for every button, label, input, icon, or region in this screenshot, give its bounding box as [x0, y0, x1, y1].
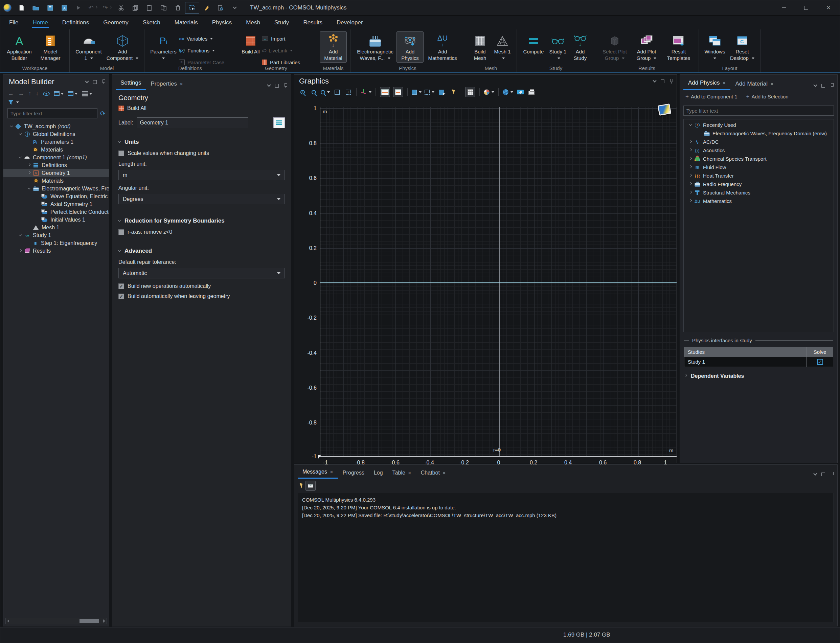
select-frame-icon[interactable]: [185, 2, 199, 13]
open-file-icon[interactable]: [29, 2, 43, 13]
build-all-button[interactable]: Build All: [240, 31, 262, 62]
panel-menu-icon[interactable]: [652, 78, 656, 82]
expander-icon[interactable]: [26, 188, 33, 189]
add-to-component-button[interactable]: +Add to Component 1: [685, 93, 737, 100]
rename-button[interactable]: [273, 118, 285, 128]
menu-physics[interactable]: Physics: [211, 17, 233, 28]
add-physics-filter-input[interactable]: [683, 106, 834, 116]
build-new-checkbox-row[interactable]: ✓ Build new operations automatically: [118, 283, 285, 289]
livelink-button[interactable]: cϽLiveLink: [262, 46, 312, 55]
label-input[interactable]: [137, 118, 248, 128]
float-panel-icon[interactable]: [661, 80, 664, 83]
menu-developer[interactable]: Developer: [336, 17, 364, 28]
expander-icon[interactable]: [687, 184, 694, 185]
expander-icon[interactable]: [8, 126, 15, 127]
length-unit-select[interactable]: m: [118, 170, 285, 180]
add-plot-group-button[interactable]: Add Plot Group: [631, 31, 662, 62]
tree-item-mesh1[interactable]: Mesh 1: [3, 224, 109, 231]
tree-item-fluid-flow[interactable]: ≋Fluid Flow: [684, 163, 833, 171]
search-doc-icon[interactable]: [214, 2, 228, 13]
run-icon[interactable]: [71, 2, 86, 13]
tree-item-heat-transfer[interactable]: ≀≀≀Heat Transfer: [684, 171, 833, 180]
grid-toggle-icon[interactable]: [465, 87, 475, 97]
model-builder-filter-input[interactable]: [7, 108, 97, 118]
tab-messages[interactable]: Messages×: [298, 467, 338, 478]
expander-icon[interactable]: [687, 158, 694, 159]
pin-panel-icon[interactable]: [669, 79, 673, 83]
add-physics-button[interactable]: Add Physics: [397, 31, 423, 62]
expander-icon[interactable]: [687, 142, 694, 142]
tab-table[interactable]: Table×: [388, 468, 416, 478]
export-messages-icon[interactable]: [306, 481, 315, 491]
tab-add-material[interactable]: Add Material×: [731, 78, 778, 90]
add-to-selection-button[interactable]: +Add to Selection: [746, 93, 789, 100]
expander-icon[interactable]: [17, 235, 24, 236]
application-builder-button[interactable]: A Application Builder: [4, 31, 35, 62]
menu-materials[interactable]: Materials: [174, 17, 199, 28]
expander-icon[interactable]: [687, 193, 694, 193]
expander-icon[interactable]: [17, 157, 24, 158]
undo-icon[interactable]: ↶: [86, 2, 100, 13]
copy-icon[interactable]: [128, 2, 142, 13]
build-all-action[interactable]: Build All: [118, 105, 285, 111]
expander-icon[interactable]: [17, 134, 24, 135]
tree-item-root[interactable]: TW_acc.mph (root): [3, 122, 109, 130]
back-icon[interactable]: ←: [8, 90, 14, 97]
close-icon[interactable]: ×: [330, 469, 333, 475]
component1-button[interactable]: Component 1: [73, 31, 104, 62]
menu-study[interactable]: Study: [274, 17, 289, 28]
forward-icon[interactable]: →: [18, 90, 24, 97]
functions-button[interactable]: f(x)Functions: [179, 46, 232, 55]
color-theme-icon[interactable]: [484, 88, 494, 96]
save-as-icon[interactable]: A: [57, 2, 71, 13]
close-icon[interactable]: ×: [443, 470, 446, 476]
panel-menu-icon[interactable]: [267, 83, 271, 86]
advanced-section-header[interactable]: Advanced: [118, 248, 285, 255]
tree-item-definitions[interactable]: Definitions: [3, 162, 109, 169]
tree-item-pec[interactable]: Perfect Electric Conductor: [3, 208, 109, 216]
expander-icon[interactable]: [26, 173, 33, 173]
move-down-icon[interactable]: ↓: [36, 90, 39, 97]
tree-item-step1[interactable]: Step 1: Eigenfrequency: [3, 239, 109, 247]
add-material-button[interactable]: ↓ Add Material: [320, 31, 347, 62]
add-study-button[interactable]: ↓ Add Study: [569, 31, 592, 62]
deselect-icon[interactable]: [449, 88, 457, 96]
build-mesh-button[interactable]: Build Mesh: [469, 31, 492, 62]
toolbar-customize-icon[interactable]: [228, 2, 242, 13]
scrollbar-thumb[interactable]: [80, 619, 99, 623]
new-file-icon[interactable]: [15, 2, 29, 13]
maximize-button[interactable]: [795, 0, 817, 15]
float-panel-icon[interactable]: [93, 80, 97, 84]
expander-icon[interactable]: [687, 201, 694, 202]
em-waves-button[interactable]: Electromagnetic Waves, F...: [354, 31, 397, 62]
zoom-selected-icon[interactable]: +: [344, 88, 352, 96]
paste-icon[interactable]: [142, 2, 157, 13]
expander-icon[interactable]: [26, 165, 33, 166]
expander-icon[interactable]: [687, 125, 694, 126]
close-icon[interactable]: ×: [722, 80, 726, 86]
pin-panel-icon[interactable]: [283, 83, 288, 88]
tree-item-axial-symmetry[interactable]: Axial Symmetry 1: [3, 200, 109, 208]
angular-unit-select[interactable]: Degrees: [118, 194, 285, 204]
scale-values-checkbox-row[interactable]: Scale values when changing units: [118, 150, 285, 156]
menu-geometry[interactable]: Geometry: [103, 17, 129, 28]
float-panel-icon[interactable]: [275, 84, 279, 88]
tree-item-study1[interactable]: ∞Study 1: [3, 231, 109, 239]
expander-icon[interactable]: [687, 150, 694, 151]
tree-item-component1[interactable]: Component 1 (comp1): [3, 153, 109, 162]
move-up-icon[interactable]: ↑: [28, 90, 31, 97]
units-section-header[interactable]: Units: [118, 139, 285, 145]
scene-light-icon[interactable]: [503, 88, 513, 96]
filter-icon[interactable]: [8, 100, 13, 105]
tree-item-acdc[interactable]: ϟAC/DC: [684, 138, 833, 146]
pin-panel-icon[interactable]: [830, 83, 834, 88]
tree-item-emw-recent[interactable]: Electromagnetic Waves, Frequency Domain …: [684, 129, 833, 138]
tree-item-materials-comp[interactable]: Materials: [3, 177, 109, 185]
messages-log[interactable]: COMSOL Multiphysics 6.4.0.293 [Dec 20, 2…: [298, 493, 834, 622]
mesh1-button[interactable]: Mesh 1: [492, 31, 513, 62]
close-button[interactable]: ×: [817, 0, 840, 15]
zoom-out-icon[interactable]: −: [310, 88, 318, 96]
scroll-left-icon[interactable]: [7, 619, 9, 623]
minimize-button[interactable]: [773, 0, 795, 15]
table-row[interactable]: Study 1 ✓: [685, 357, 833, 367]
